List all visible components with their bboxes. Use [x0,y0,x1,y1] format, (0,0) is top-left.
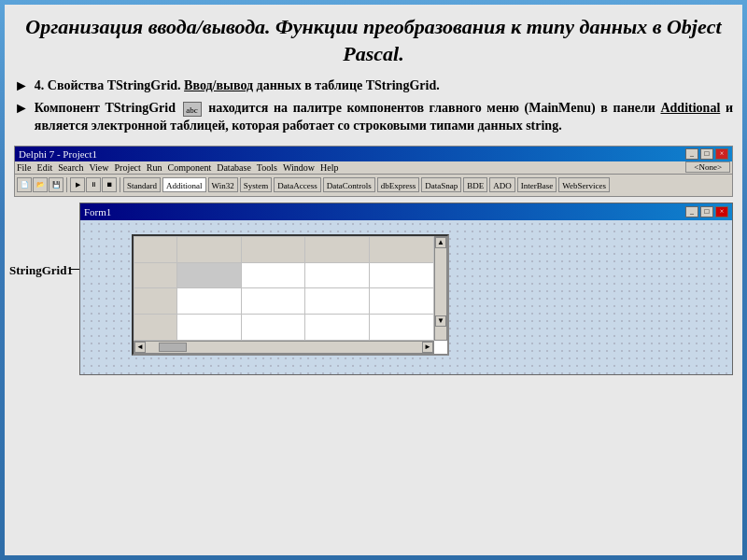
delphi-menu-bar: File Edit Search View Project Run Compon… [15,161,732,175]
table-row [134,236,434,262]
table-header-cell-0 [134,236,177,262]
tab-datasnap[interactable]: DataSnap [421,177,461,192]
menu-project[interactable]: Project [115,162,141,173]
tab-bde[interactable]: BDE [463,177,487,192]
underline-text: Ввод/вывод [184,78,253,92]
table-header-cell-4 [370,236,434,262]
bullet-arrow-2: ► [14,100,29,117]
table-header-cell-2 [241,236,305,262]
tb-btn-1[interactable]: ▶ [70,177,85,192]
title-area: Организация ввода/вывода. Функции преобр… [5,5,742,73]
form1-window-buttons: _ □ × [685,206,728,217]
tab-standard[interactable]: Standard [123,177,161,192]
tab-additional[interactable]: Additional [162,177,206,192]
lower-section: StringGrid1 Form1 _ □ × [5,200,742,378]
menu-database[interactable]: Database [217,162,251,173]
table-cell-1-4[interactable] [370,262,434,288]
menu-help[interactable]: Help [320,162,338,173]
delphi-toolbar-1: 📄 📂 💾 ▶ ⏸ ⏹ Standard Additional Win32 Sy… [15,175,732,197]
slide-title: Организация ввода/вывода. Функции преобр… [23,14,724,67]
tb-btn-3[interactable]: ⏹ [102,177,117,192]
form1-min-btn[interactable]: _ [685,206,698,217]
bullet-item-1: ► 4. Свойства TStringGrid. Ввод/вывод да… [14,77,733,95]
form1-max-btn[interactable]: □ [700,206,713,217]
table-cell-3-4[interactable] [370,315,434,341]
table-cell-2-1[interactable] [176,288,241,315]
tb-new[interactable]: 📄 [17,177,32,192]
tb-open[interactable]: 📂 [33,177,48,192]
tab-system[interactable]: System [240,177,273,192]
form1-title: Form1 [84,206,111,217]
table-cell-2-4[interactable] [370,288,434,315]
scroll-up-btn[interactable]: ▲ [435,237,446,248]
menu-view[interactable]: View [89,162,108,173]
delphi-max-btn[interactable]: □ [700,148,713,160]
scroll-thumb-h[interactable] [159,343,187,352]
tab-interbase[interactable]: InterBase [517,177,557,192]
table-cell-3-2[interactable] [241,315,305,341]
table-row [134,315,434,341]
content-area: ► 4. Свойства TStringGrid. Ввод/вывод да… [5,73,742,143]
table-cell-1-1[interactable] [176,262,241,288]
menu-search[interactable]: Search [58,162,83,173]
table-header-cell-1 [176,236,241,262]
stringgrid-scrollbar-h[interactable]: ◄ ► [134,341,434,354]
table-row-header-3 [134,315,177,341]
menu-tools[interactable]: Tools [257,162,277,173]
delphi-close-btn[interactable]: × [715,148,728,160]
label-area: StringGrid1 [5,200,79,378]
tab-dbexpress[interactable]: dbExpress [377,177,420,192]
tab-datacontrols[interactable]: DataControls [323,177,375,192]
palette-tabs-row: Standard Additional Win32 System DataAcc… [123,177,611,192]
component-icon: abc [183,102,202,117]
tb-save[interactable]: 💾 [49,177,63,192]
table-header-cell-3 [305,236,370,262]
form1-window: Form1 _ □ × [79,203,733,375]
form1-titlebar: Form1 _ □ × [80,203,732,220]
table-cell-2-3[interactable] [305,288,370,315]
menu-component[interactable]: Component [168,162,212,173]
stringgrid-label: StringGrid1 [9,263,73,278]
scroll-left-btn[interactable]: ◄ [134,342,146,353]
tb-btn-2[interactable]: ⏸ [86,177,101,192]
delphi-ide-screenshot: Delphi 7 - Project1 _ □ × File Edit Sear… [14,146,733,197]
additional-text: Additional [660,101,720,115]
stringgrid-table [134,236,434,341]
tab-ado[interactable]: ADO [489,177,515,192]
delphi-title: Delphi 7 - Project1 [19,148,97,160]
delphi-min-btn[interactable]: _ [685,148,698,160]
table-row [134,262,434,288]
menu-file[interactable]: File [17,162,32,173]
table-row-header-2 [134,288,177,315]
toolbar-section-2: ▶ ⏸ ⏹ [70,177,120,192]
bullet-text-1: 4. Свойства TStringGrid. Ввод/вывод данн… [35,77,440,95]
scroll-right-btn[interactable]: ► [422,342,433,353]
menu-run[interactable]: Run [147,162,162,173]
menu-edit[interactable]: Edit [37,162,53,173]
table-cell-3-1[interactable] [176,315,241,341]
tab-win32[interactable]: Win32 [208,177,238,192]
form1-close-btn[interactable]: × [715,206,728,217]
table-cell-1-3[interactable] [305,262,370,288]
toolbar-section-1: 📄 📂 💾 [17,177,67,192]
table-row [134,288,434,315]
scroll-down-btn[interactable]: ▼ [435,315,446,327]
delphi-titlebar: Delphi 7 - Project1 _ □ × [15,147,732,161]
bullet-text-2: Компонент TStringGrid abc находится на п… [35,99,733,135]
tab-dataaccess[interactable]: DataAccess [274,177,320,192]
form1-body: ▲ ▼ ◄ ► [80,220,732,374]
table-cell-2-2[interactable] [241,288,305,315]
menu-none: <None> [685,161,730,173]
table-cell-1-2[interactable] [241,262,305,288]
tab-webservices[interactable]: WebServices [558,177,610,192]
stringgrid-scrollbar-v[interactable]: ▲ ▼ [434,236,447,341]
bullet-item-2: ► Компонент TStringGrid abc находится на… [14,99,733,135]
table-row-header-1 [134,262,177,288]
slide-container: Организация ввода/вывода. Функции преобр… [5,5,742,555]
menu-window[interactable]: Window [283,162,315,173]
stringgrid-component: ▲ ▼ ◄ ► [132,234,449,356]
table-cell-3-3[interactable] [305,315,370,341]
bullet-arrow-1: ► [14,77,29,94]
stringgrid-outer: ▲ ▼ ◄ ► [132,234,449,356]
